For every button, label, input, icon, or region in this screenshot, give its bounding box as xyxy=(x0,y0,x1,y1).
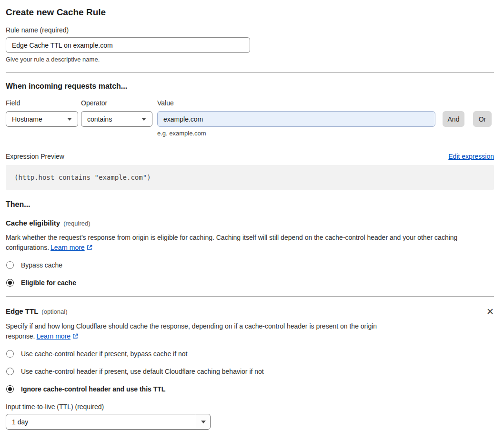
radio-icon xyxy=(6,368,14,375)
edge-ttl-heading: Edge TTL xyxy=(6,307,38,316)
edge-ttl-description: Specify if and how long Cloudflare shoul… xyxy=(6,321,406,341)
radio-option-ignore-header-use-ttl[interactable]: Ignore cache-control header and use this… xyxy=(6,385,494,393)
bottom-padding xyxy=(6,430,494,432)
rule-name-helper: Give your rule a descriptive name. xyxy=(6,56,494,63)
match-labels-row: Field Operator Value xyxy=(6,99,494,107)
page-title: Create new Cache Rule xyxy=(6,7,494,18)
ttl-select[interactable]: 1 day xyxy=(6,414,211,430)
edit-expression-link[interactable]: Edit expression xyxy=(448,153,494,160)
field-label: Field xyxy=(6,99,81,107)
radio-icon xyxy=(6,261,14,269)
ttl-select-value[interactable]: 1 day xyxy=(6,414,196,429)
ttl-input-label: Input time-to-live (TTL) (required) xyxy=(6,403,494,411)
expression-preview-label: Expression Preview xyxy=(6,152,64,161)
cache-eligibility-description: Mark whether the request’s response from… xyxy=(6,233,494,253)
operator-label: Operator xyxy=(81,99,157,107)
and-button[interactable]: And xyxy=(443,111,464,127)
value-label: Value xyxy=(157,99,174,107)
chevron-down-icon xyxy=(67,118,72,121)
radio-option-bypass-cache[interactable]: Bypass cache xyxy=(6,261,494,269)
external-link-icon xyxy=(86,244,93,251)
then-heading: Then... xyxy=(6,200,494,209)
expression-code: (http.host contains "example.com") xyxy=(14,174,151,181)
cache-eligibility-heading: Cache eligibility xyxy=(6,219,60,227)
rule-name-label: Rule name (required) xyxy=(6,26,494,34)
learn-more-link[interactable]: Learn more xyxy=(50,244,93,251)
operator-select-value: contains xyxy=(87,115,112,123)
radio-icon xyxy=(6,385,14,393)
radio-option-eligible-for-cache[interactable]: Eligible for cache xyxy=(6,278,494,287)
cache-eligibility-heading-row: Cache eligibility (required) xyxy=(6,219,494,227)
operator-select[interactable]: contains xyxy=(81,111,152,127)
rule-name-input[interactable] xyxy=(6,37,250,53)
divider xyxy=(6,296,494,297)
value-helper: e.g. example.com xyxy=(157,130,494,137)
chevron-down-icon xyxy=(141,118,146,121)
optional-badge: (optional) xyxy=(41,308,67,315)
required-badge: (required) xyxy=(63,220,90,227)
expression-code-box: (http.host contains "example.com") xyxy=(6,165,494,190)
edge-ttl-header: Edge TTL (optional) ✕ xyxy=(6,307,494,316)
chevron-down-icon xyxy=(201,421,206,423)
expression-preview-row: Expression Preview Edit expression xyxy=(6,152,494,161)
radio-option-use-header-bypass[interactable]: Use cache-control header if present, byp… xyxy=(6,350,494,358)
value-input[interactable] xyxy=(157,111,435,127)
learn-more-link[interactable]: Learn more xyxy=(36,332,79,340)
ttl-dropdown-button[interactable] xyxy=(196,414,210,429)
radio-option-use-header-default[interactable]: Use cache-control header if present, use… xyxy=(6,367,494,376)
close-icon[interactable]: ✕ xyxy=(486,307,494,316)
or-button[interactable]: Or xyxy=(473,111,492,127)
cache-rule-form: Create new Cache Rule Rule name (require… xyxy=(6,7,494,432)
radio-icon xyxy=(6,279,14,287)
match-controls-row: Hostname contains And Or xyxy=(6,111,494,127)
field-select-value: Hostname xyxy=(12,115,42,123)
field-select[interactable]: Hostname xyxy=(6,111,78,127)
radio-icon xyxy=(6,350,14,358)
external-link-icon xyxy=(72,333,79,339)
divider xyxy=(6,72,494,73)
match-heading: When incoming requests match... xyxy=(6,82,494,91)
